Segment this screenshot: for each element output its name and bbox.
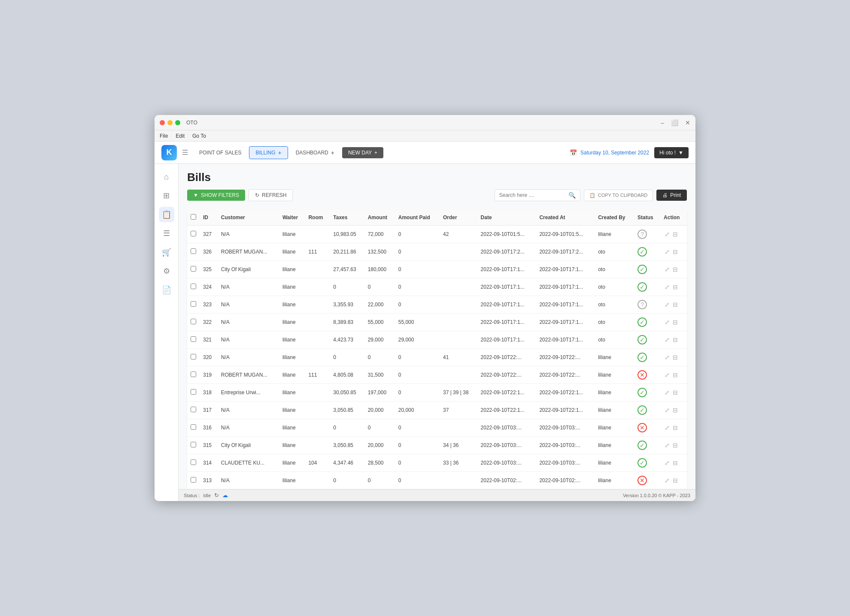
expand-button[interactable]: ⤢ [664,476,671,485]
sidebar-item-receipt[interactable]: 📋 [159,207,174,222]
status-badge: ✓ [638,282,647,292]
cell-status: ✓ [634,349,660,366]
select-all-checkbox[interactable] [191,214,196,220]
edit-button[interactable]: ⊟ [672,300,679,309]
calendar-icon: 📅 [570,149,577,156]
cell-order: 37 [440,402,477,419]
row-checkbox[interactable] [191,301,196,307]
edit-button[interactable]: ⊟ [672,230,679,239]
edit-button[interactable]: ⊟ [672,335,679,344]
expand-button[interactable]: ⤢ [664,230,671,239]
refresh-button[interactable]: ↻ REFRESH [249,189,293,201]
hamburger-icon[interactable]: ☰ [182,148,188,157]
edit-button[interactable]: ⊟ [672,476,679,485]
search-input[interactable] [499,192,566,198]
minimize-traffic-light[interactable] [167,120,173,125]
sidebar-item-home[interactable]: ⌂ [159,169,174,184]
cell-created-at: 2022-09-10T22:1... [536,384,595,402]
status-badge: ✕ [638,476,647,485]
expand-button[interactable]: ⤢ [664,283,671,291]
edit-button[interactable]: ⊟ [672,318,679,326]
edit-button[interactable]: ⊟ [672,406,679,414]
menu-goto[interactable]: Go To [192,133,206,139]
row-checkbox[interactable] [191,284,196,289]
maximize-button[interactable]: ⬜ [671,119,678,126]
edit-button[interactable]: ⊟ [672,459,679,467]
show-filters-button[interactable]: ▼ SHOW FILTERS [187,190,245,201]
refresh-icon: ↻ [255,192,259,198]
expand-button[interactable]: ⤢ [664,300,671,309]
sidebar-item-table[interactable]: ⊞ [159,188,174,203]
status-refresh-icon[interactable]: ↻ [214,492,219,498]
copy-clipboard-button[interactable]: 📋 COPY TO CLIPBOARD [584,190,653,201]
expand-button[interactable]: ⤢ [664,353,671,362]
expand-button[interactable]: ⤢ [664,441,671,450]
nav-tab-pos[interactable]: POINT OF SALES [193,147,247,158]
edit-button[interactable]: ⊟ [672,441,679,450]
sidebar-item-cart[interactable]: 🛒 [159,245,174,260]
row-checkbox[interactable] [191,477,196,483]
cell-created-at: 2022-09-10T22:1... [536,402,595,419]
edit-button[interactable]: ⊟ [672,423,679,432]
row-checkbox[interactable] [191,248,196,254]
table-header-row: ID Customer Waiter Room Taxes Amount Amo… [187,210,687,226]
close-traffic-light[interactable] [160,120,165,125]
row-checkbox[interactable] [191,424,196,430]
expand-button[interactable]: ⤢ [664,423,671,432]
user-menu-button[interactable]: Hi oto ! ▼ [654,147,689,158]
row-checkbox-cell [187,349,200,366]
expand-button[interactable]: ⤢ [664,459,671,467]
nav-tab-billing[interactable]: BILLING + [249,146,288,159]
cell-created-at: 2022-09-10T02:... [536,472,595,489]
expand-button[interactable]: ⤢ [664,335,671,344]
sidebar: ⌂ ⊞ 📋 ☰ 🛒 ⚙ 📄 [155,164,179,501]
close-button[interactable]: ✕ [685,119,690,126]
row-checkbox[interactable] [191,389,196,395]
expand-button[interactable]: ⤢ [664,371,671,379]
edit-button[interactable]: ⊟ [672,353,679,362]
row-checkbox[interactable] [191,442,196,447]
cell-waiter: liliane [279,402,305,419]
new-day-button[interactable]: NEW DAY + [342,147,383,158]
maximize-traffic-light[interactable] [175,120,180,125]
cell-customer: ROBERT MUGAN... [218,243,279,261]
edit-button[interactable]: ⊟ [672,265,679,274]
expand-button[interactable]: ⤢ [664,265,671,274]
nav-tab-dashboard[interactable]: DASHBOARD + [290,147,340,159]
row-checkbox[interactable] [191,354,196,359]
expand-button[interactable]: ⤢ [664,318,671,326]
edit-button[interactable]: ⊟ [672,371,679,379]
row-checkbox[interactable] [191,319,196,324]
status-badge: ✓ [638,335,647,344]
cell-date: 2022-09-10T03:... [477,419,536,437]
cell-amount-paid: 55,000 [395,314,440,331]
expand-button[interactable]: ⤢ [664,248,671,256]
sidebar-item-document[interactable]: 📄 [159,282,174,298]
edit-button[interactable]: ⊟ [672,283,679,291]
cell-amount: 0 [364,349,395,366]
row-checkbox[interactable] [191,266,196,272]
edit-button[interactable]: ⊟ [672,388,679,397]
cell-id: 316 [200,419,218,437]
row-checkbox[interactable] [191,459,196,465]
menu-edit[interactable]: Edit [176,133,185,139]
row-checkbox-cell [187,437,200,454]
minimize-button[interactable]: – [661,119,664,126]
edit-button[interactable]: ⊟ [672,248,679,256]
row-checkbox[interactable] [191,336,196,342]
cell-taxes: 4,423.73 [330,331,364,349]
row-checkbox[interactable] [191,231,196,236]
expand-button[interactable]: ⤢ [664,406,671,414]
row-checkbox[interactable] [191,407,196,412]
cell-taxes: 4,805.08 [330,366,364,384]
title-bar-right: – ⬜ ✕ [661,119,690,126]
sidebar-item-settings[interactable]: ⚙ [159,263,174,279]
sidebar-item-list[interactable]: ☰ [159,226,174,241]
row-checkbox[interactable] [191,371,196,377]
search-icon: 🔍 [568,192,576,199]
print-button[interactable]: 🖨 Print [656,190,687,201]
row-checkbox-cell [187,314,200,331]
menu-file[interactable]: File [160,133,168,139]
expand-button[interactable]: ⤢ [664,388,671,397]
cell-taxes: 0 [330,349,364,366]
